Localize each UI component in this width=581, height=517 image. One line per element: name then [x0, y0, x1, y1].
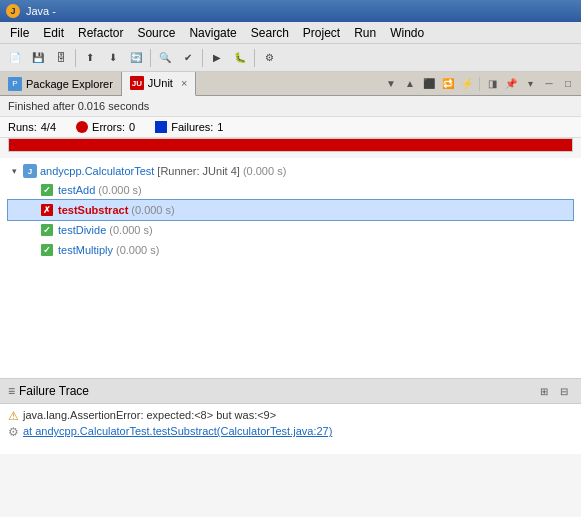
trace-text-1[interactable]: at andycpp.CalculatorTest.testSubstract(… — [23, 425, 332, 437]
trace-line-1[interactable]: ⚙ at andycpp.CalculatorTest.testSubstrac… — [8, 424, 573, 440]
failure-trace: ≡ Failure Trace ⊞ ⊟ ⚠ java.lang.Assertio… — [0, 378, 581, 454]
menu-run[interactable]: Run — [348, 24, 382, 42]
toolbar-new-btn[interactable]: 📄 — [4, 47, 26, 69]
failure-trace-content: ⚠ java.lang.AssertionError: expected:<8>… — [0, 404, 581, 454]
toolbar-search-btn[interactable]: 🔍 — [154, 47, 176, 69]
toolbar-check-btn[interactable]: ✔ — [177, 47, 199, 69]
junit-panel: Finished after 0.016 seconds Runs: 4/4 E… — [0, 96, 581, 517]
failures-label: Failures: — [171, 121, 213, 133]
test-time-0: (0.000 s) — [98, 184, 141, 196]
errors-icon — [76, 121, 88, 133]
test-time-2: (0.000 s) — [109, 224, 152, 236]
stats-row: Runs: 4/4 Errors: 0 Failures: 1 — [0, 117, 581, 138]
toolbar-debug-btn[interactable]: 🐛 — [229, 47, 251, 69]
toolbar-publish-btn[interactable]: ⬆ — [79, 47, 101, 69]
junit-minimize-btn[interactable]: ─ — [540, 75, 558, 93]
title-bar: J Java - — [0, 0, 581, 22]
toolbar-history-btn[interactable]: 🔄 — [125, 47, 147, 69]
runs-value: 4/4 — [41, 121, 56, 133]
failures-icon — [155, 121, 167, 133]
toolbar-save-all-btn[interactable]: 🗄 — [50, 47, 72, 69]
failure-trace-header-label: Failure Trace — [19, 384, 89, 398]
menu-edit[interactable]: Edit — [37, 24, 70, 42]
errors-label: Errors: — [92, 121, 125, 133]
junit-stop-btn[interactable]: ⬛ — [420, 75, 438, 93]
svg-text:✓: ✓ — [43, 225, 51, 235]
junit-rerun-btn[interactable]: 🔁 — [439, 75, 457, 93]
junit-menu-btn[interactable]: ▾ — [521, 75, 539, 93]
test-icon-0: ✓ — [39, 182, 55, 198]
stat-errors: Errors: 0 — [76, 121, 135, 133]
trace-warning-icon: ⚠ — [8, 409, 19, 423]
progress-bar-fill — [9, 139, 572, 151]
trace-copy-btn[interactable]: ⊟ — [555, 382, 573, 400]
tree-suite-row[interactable]: ▾ J andycpp.CalculatorTest [Runner: JUni… — [8, 162, 573, 180]
test-name-0: testAdd — [58, 184, 95, 196]
panel-area: Finished after 0.016 seconds Runs: 4/4 E… — [0, 96, 581, 517]
test-row-0[interactable]: ✓ testAdd (0.000 s) — [8, 180, 573, 200]
test-icon-3: ✓ — [39, 242, 55, 258]
suite-name: andycpp.CalculatorTest — [40, 165, 154, 177]
suite-time: (0.000 s) — [243, 165, 286, 177]
toolbar-sep-4 — [254, 49, 255, 67]
trace-compare-btn[interactable]: ⊞ — [535, 382, 553, 400]
toolbar-save-btn[interactable]: 💾 — [27, 47, 49, 69]
toolbar-ext-btn[interactable]: ⚙ — [258, 47, 280, 69]
trace-text-0: java.lang.AssertionError: expected:<8> b… — [23, 409, 276, 421]
svg-text:✓: ✓ — [43, 185, 51, 195]
failure-trace-header: ≡ Failure Trace ⊞ ⊟ — [0, 379, 581, 404]
test-row-1[interactable]: ✗ testSubstract (0.000 s) — [8, 200, 573, 220]
tab-package-explorer-label: Package Explorer — [26, 78, 113, 90]
errors-value: 0 — [129, 121, 135, 133]
stat-failures: Failures: 1 — [155, 121, 223, 133]
toolbar-publish2-btn[interactable]: ⬇ — [102, 47, 124, 69]
tab-package-explorer[interactable]: P Package Explorer — [0, 72, 122, 96]
finished-text: Finished after 0.016 seconds — [0, 96, 581, 117]
progress-bar-container — [8, 138, 573, 152]
stat-runs: Runs: 4/4 — [8, 121, 56, 133]
junit-pin-btn[interactable]: 📌 — [502, 75, 520, 93]
toolbar: 📄 💾 🗄 ⬆ ⬇ 🔄 🔍 ✔ ▶ 🐛 ⚙ — [0, 44, 581, 72]
tab-junit-label: JUnit — [148, 77, 173, 89]
test-row-3[interactable]: ✓ testMultiply (0.000 s) — [8, 240, 573, 260]
test-tree-root: ▾ J andycpp.CalculatorTest [Runner: JUni… — [0, 160, 581, 262]
failure-trace-header-icon: ≡ — [8, 384, 15, 398]
junit-icon: JU — [130, 76, 144, 90]
junit-prev-failure-btn[interactable]: ▲ — [401, 75, 419, 93]
svg-text:✓: ✓ — [43, 245, 51, 255]
test-tree[interactable]: ▾ J andycpp.CalculatorTest [Runner: JUni… — [0, 158, 581, 378]
app-icon: J — [6, 4, 20, 18]
menu-bar: File Edit Refactor Source Navigate Searc… — [0, 22, 581, 44]
menu-window[interactable]: Windo — [384, 24, 430, 42]
toolbar-run-btn[interactable]: ▶ — [206, 47, 228, 69]
tab-junit-close[interactable]: × — [181, 77, 187, 89]
package-explorer-icon: P — [8, 77, 22, 91]
test-row-2[interactable]: ✓ testDivide (0.000 s) — [8, 220, 573, 240]
test-name-2: testDivide — [58, 224, 106, 236]
tab-junit[interactable]: JU JUnit × — [122, 72, 197, 96]
junit-maximize-btn[interactable]: □ — [559, 75, 577, 93]
menu-file[interactable]: File — [4, 24, 35, 42]
expand-icon: ▾ — [8, 165, 20, 177]
junit-next-failure-btn[interactable]: ▼ — [382, 75, 400, 93]
toolbar-sep-3 — [202, 49, 203, 67]
menu-source[interactable]: Source — [131, 24, 181, 42]
menu-navigate[interactable]: Navigate — [183, 24, 242, 42]
menu-refactor[interactable]: Refactor — [72, 24, 129, 42]
menu-project[interactable]: Project — [297, 24, 346, 42]
trace-stack-icon: ⚙ — [8, 425, 19, 439]
test-name-3: testMultiply — [58, 244, 113, 256]
junit-rerun-failed-btn[interactable]: ⚡ — [458, 75, 476, 93]
suite-icon: J — [23, 164, 37, 178]
test-icon-2: ✓ — [39, 222, 55, 238]
test-time-3: (0.000 s) — [116, 244, 159, 256]
menu-search[interactable]: Search — [245, 24, 295, 42]
tab-controls: ▼ ▲ ⬛ 🔁 ⚡ ◨ 📌 ▾ ─ □ — [382, 75, 581, 93]
main-window: J Java - File Edit Refactor Source Navig… — [0, 0, 581, 517]
failures-value: 1 — [217, 121, 223, 133]
toolbar-sep-1 — [75, 49, 76, 67]
runs-label: Runs: — [8, 121, 37, 133]
trace-line-0: ⚠ java.lang.AssertionError: expected:<8>… — [8, 408, 573, 424]
suite-runner: [Runner: JUnit 4] — [157, 165, 240, 177]
junit-history-btn[interactable]: ◨ — [483, 75, 501, 93]
